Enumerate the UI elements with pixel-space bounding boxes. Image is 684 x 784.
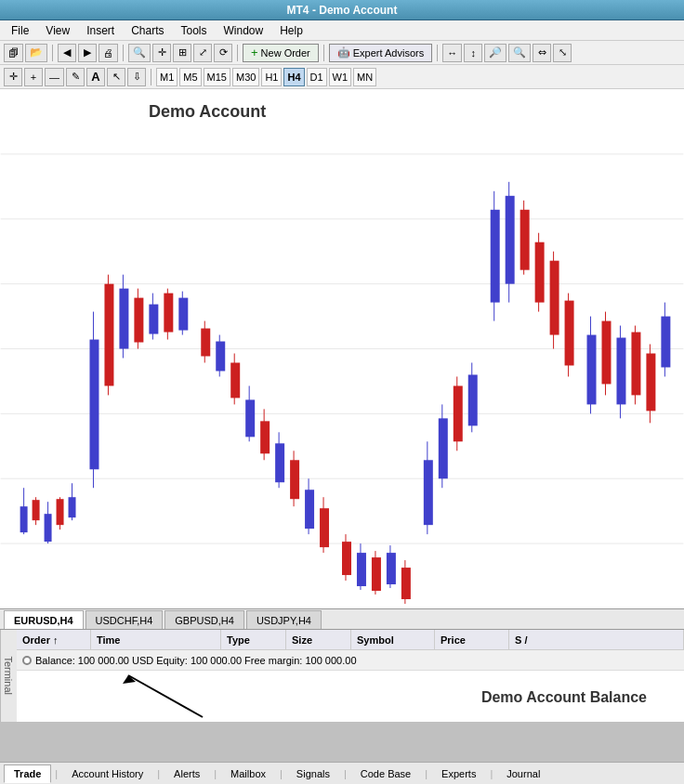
svg-line-92: [128, 675, 203, 717]
svg-rect-75: [535, 242, 545, 303]
sep4: [323, 45, 324, 61]
title-bar: MT4 - Demo Account: [0, 0, 684, 20]
svg-rect-67: [468, 374, 478, 425]
svg-rect-37: [230, 362, 240, 398]
tab-sep7: |: [490, 768, 493, 779]
cursor-btn[interactable]: ✛: [4, 68, 22, 86]
col-price: Price: [435, 630, 509, 649]
zoom-in-btn[interactable]: 🔍: [128, 44, 151, 62]
zoom-chart2-btn[interactable]: ↕: [464, 44, 482, 62]
menu-tools[interactable]: Tools: [174, 22, 215, 39]
col-symbol: Symbol: [351, 630, 435, 649]
tf-m1[interactable]: M1: [156, 68, 178, 86]
arrow-btn[interactable]: ⇩: [127, 68, 146, 86]
tf-h1[interactable]: H1: [261, 68, 282, 86]
svg-rect-89: [646, 353, 655, 411]
menu-bar: File View Insert Charts Tools Window Hel…: [0, 20, 684, 41]
autoscroll-btn[interactable]: ⟳: [214, 44, 232, 62]
tab-mailbox[interactable]: Mailbox: [220, 764, 276, 783]
tf-mn[interactable]: MN: [353, 68, 376, 86]
menu-view[interactable]: View: [38, 22, 77, 39]
scale2-btn[interactable]: ⤡: [553, 44, 572, 62]
expert-label: Expert Advisors: [353, 47, 424, 59]
new-chart-btn[interactable]: 🗐: [4, 44, 23, 62]
tab-sep6: |: [425, 768, 428, 779]
zoom-minus-btn[interactable]: 🔍: [508, 44, 531, 62]
tf-m30[interactable]: M30: [232, 68, 259, 86]
menu-insert[interactable]: Insert: [79, 22, 122, 39]
svg-rect-65: [454, 385, 463, 441]
svg-rect-91: [661, 317, 670, 368]
col-sl-label: S /: [515, 634, 527, 646]
new-order-btn[interactable]: + New Order: [243, 44, 319, 62]
expert-advisors-btn[interactable]: 🤖 Expert Advisors: [329, 44, 432, 62]
terminal-label: Terminal: [0, 630, 17, 722]
zoom-plus-btn[interactable]: 🔎: [484, 44, 506, 62]
order-header: Order ↑ Time Type Size Symbol Price S /: [17, 630, 684, 650]
svg-rect-55: [372, 557, 381, 591]
tab-sep5: |: [344, 768, 347, 779]
cursor2-btn[interactable]: ↖: [107, 68, 125, 86]
text-a-btn[interactable]: A: [86, 68, 105, 86]
chart-tab-usdchf[interactable]: USDCHF,H4: [86, 610, 164, 629]
tf-w1[interactable]: W1: [329, 68, 352, 86]
svg-rect-25: [134, 298, 143, 343]
menu-window[interactable]: Window: [217, 22, 271, 39]
svg-rect-69: [491, 210, 500, 303]
tab-journal[interactable]: Journal: [496, 764, 550, 783]
print-btn[interactable]: 🖨: [99, 44, 118, 62]
sep2: [123, 45, 124, 61]
svg-rect-49: [320, 508, 329, 547]
svg-rect-13: [45, 514, 52, 542]
svg-rect-11: [33, 500, 40, 520]
chart-tab-gbpusd[interactable]: GBPUSD,H4: [164, 610, 244, 629]
expert-icon: 🤖: [337, 46, 350, 59]
tab-sep2: |: [157, 768, 160, 779]
balance-row: Balance: 100 000.00 USD Equity: 100 000.…: [17, 650, 684, 671]
menu-file[interactable]: File: [4, 22, 36, 39]
svg-rect-31: [178, 298, 188, 331]
crosshair-btn[interactable]: ✛: [152, 44, 171, 62]
sort-icon: ↑: [53, 634, 59, 646]
menu-help[interactable]: Help: [272, 22, 310, 39]
toolbar1: 🗐 📂 ◀ ▶ 🖨 🔍 ✛ ⊞ ⤢ ⟳ + New Order 🤖 Expert…: [0, 41, 684, 65]
new-order-icon: +: [251, 46, 258, 59]
svg-rect-33: [201, 329, 210, 357]
svg-rect-17: [69, 497, 76, 517]
tab-experts[interactable]: Experts: [431, 764, 486, 783]
demo-balance-label: Demo Account Balance: [481, 689, 647, 706]
svg-rect-73: [520, 210, 530, 270]
scroll-btn[interactable]: ⤢: [193, 44, 212, 62]
tab-trade[interactable]: Trade: [4, 764, 51, 783]
tf-h4[interactable]: H4: [283, 68, 304, 86]
tab-account-history[interactable]: Account History: [61, 764, 153, 783]
svg-rect-21: [104, 284, 113, 386]
sep-tf: [151, 69, 151, 85]
svg-rect-51: [342, 542, 351, 575]
tf-d1[interactable]: D1: [307, 68, 327, 86]
menu-charts[interactable]: Charts: [124, 22, 171, 39]
chart-tab-eurusd[interactable]: EURUSD,H4: [4, 610, 84, 629]
col-size: Size: [286, 630, 351, 649]
scale-btn[interactable]: ⇔: [533, 44, 551, 62]
open-btn[interactable]: 📂: [25, 44, 47, 62]
chart-tabs: EURUSD,H4 USDCHF,H4 GBPUSD,H4 USDJPY,H4: [0, 609, 684, 630]
svg-rect-83: [602, 321, 612, 385]
pencil-btn[interactable]: ✎: [66, 68, 85, 86]
period-btn[interactable]: ⊞: [173, 44, 191, 62]
col-time: Time: [91, 630, 221, 649]
svg-rect-39: [245, 399, 255, 437]
tab-signals[interactable]: Signals: [286, 764, 340, 783]
back-btn[interactable]: ◀: [58, 44, 76, 62]
tab-alerts[interactable]: Alerts: [164, 764, 210, 783]
zoom-chart-btn[interactable]: ↔: [442, 44, 462, 62]
fwd-btn[interactable]: ▶: [78, 44, 97, 62]
tab-codebase[interactable]: Code Base: [350, 764, 421, 783]
line-btn[interactable]: —: [45, 68, 64, 86]
svg-rect-61: [424, 460, 433, 525]
plus-btn[interactable]: +: [24, 68, 43, 86]
svg-rect-87: [631, 333, 640, 396]
chart-tab-usdjpy[interactable]: USDJPY,H4: [246, 610, 322, 629]
tf-m15[interactable]: M15: [204, 68, 230, 86]
tf-m5[interactable]: M5: [179, 68, 201, 86]
